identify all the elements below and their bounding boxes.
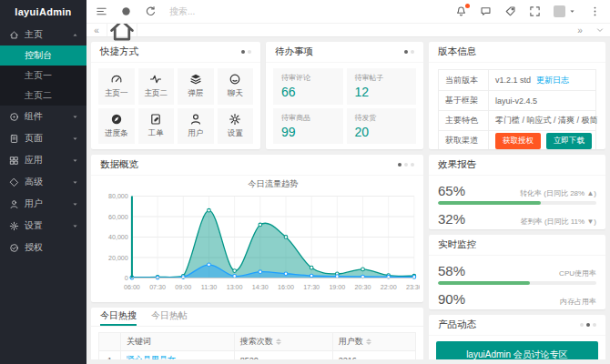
monitor-title: 实时监控 xyxy=(438,238,476,251)
todo-title: 待办事项 xyxy=(275,46,313,58)
compass-icon xyxy=(110,113,123,126)
tabs-menu-button[interactable] xyxy=(590,24,610,36)
sidebar-subitem-主页一[interactable]: 主页一 xyxy=(0,66,86,86)
tab-今日热搜[interactable]: 今日热搜 xyxy=(100,308,137,326)
carousel-dot[interactable] xyxy=(593,323,596,327)
carousel-dot[interactable] xyxy=(404,50,408,54)
settings-icon xyxy=(229,113,241,126)
sidebar-item-应用[interactable]: 应用 xyxy=(0,149,86,171)
sidebar-item-组件[interactable]: 组件 xyxy=(0,106,86,127)
stat-label: 内存占用率 xyxy=(560,297,596,307)
sort-icon[interactable] xyxy=(276,339,281,345)
carousel-dot[interactable] xyxy=(248,50,251,54)
carousel-dot[interactable] xyxy=(241,50,245,54)
app-icon xyxy=(9,156,19,166)
carousel-dots[interactable] xyxy=(241,50,251,54)
todo-待审评论[interactable]: 待审评论66 xyxy=(273,68,343,105)
sidebar-item-label: 应用 xyxy=(25,154,66,167)
member-forum-button[interactable]: layuiAdmin 会员讨论专区 xyxy=(436,341,598,359)
shortcut-工单[interactable]: 工单 xyxy=(138,108,175,145)
carousel-dot[interactable] xyxy=(404,163,408,167)
carousel-dot[interactable] xyxy=(398,163,402,167)
version-row: 主要特色零门槛 / 响应式 / 清爽 / 极简 xyxy=(439,110,595,130)
search-input[interactable] xyxy=(169,6,288,16)
todo-待审帖子[interactable]: 待审帖子12 xyxy=(347,68,417,105)
sidebar-item-用户[interactable]: 用户 xyxy=(0,193,86,215)
tab-今日热帖[interactable]: 今日热帖 xyxy=(151,308,188,326)
sidebar-item-高级[interactable]: 高级 xyxy=(0,171,86,193)
sidebar-item-设置[interactable]: 设置 xyxy=(0,215,86,237)
svg-text:20,000: 20,000 xyxy=(108,255,128,262)
shortcut-进度条[interactable]: 进度条 xyxy=(98,108,135,145)
立即下载-button[interactable]: 立即下载 xyxy=(546,133,592,149)
settings-icon xyxy=(9,221,19,231)
sidebar-subitem-主页二[interactable]: 主页二 xyxy=(0,86,86,106)
topbar xyxy=(86,0,610,24)
shortcut-聊天[interactable]: 聊天 xyxy=(218,68,254,105)
bell-icon[interactable] xyxy=(455,5,467,17)
stat-签到率 (日同比 11% ▼): 32%签到率 (日同比 11% ▼) xyxy=(438,211,596,229)
menu-collapse-icon[interactable] xyxy=(96,5,107,17)
refresh-icon[interactable] xyxy=(145,5,157,17)
user-icon xyxy=(9,199,19,209)
data-overview-panel: 数据概览 今日流量趋势020,00040,00060,00080,00006:0… xyxy=(91,155,423,302)
gauge-icon xyxy=(110,73,123,86)
sidebar-item-label: 授权 xyxy=(25,241,79,254)
sidebar-item-授权[interactable]: 授权 xyxy=(0,237,86,258)
tab-home[interactable] xyxy=(107,24,137,36)
stat-value: 90% xyxy=(438,291,465,307)
site-icon[interactable] xyxy=(120,5,132,17)
sidebar-item-主页[interactable]: 主页 xyxy=(0,24,86,46)
layers-icon xyxy=(189,73,202,86)
carousel-dot[interactable] xyxy=(411,50,414,54)
hot-search-table: 关键词搜索次数用户数 1贤心是男是女85202216 xyxy=(98,332,416,359)
获取授权-button[interactable]: 获取授权 xyxy=(495,133,541,149)
caret-down-icon xyxy=(71,222,79,230)
tabs-next-button[interactable]: » xyxy=(570,24,590,36)
keyword-link[interactable]: 贤心是男是女 xyxy=(127,355,176,359)
users-cell: 2216 xyxy=(332,351,415,360)
todo-count: 99 xyxy=(281,125,335,139)
svg-text:0: 0 xyxy=(125,275,128,282)
svg-text:11:30: 11:30 xyxy=(201,284,217,291)
smiley-icon xyxy=(229,73,241,86)
svg-text:06:00: 06:00 xyxy=(124,284,140,291)
todo-label: 待审帖子 xyxy=(355,73,409,83)
shortcut-主页一[interactable]: 主页一 xyxy=(98,68,135,105)
column-header xyxy=(99,333,121,351)
user-menu[interactable] xyxy=(554,5,576,17)
shortcut-用户[interactable]: 用户 xyxy=(178,108,214,145)
column-header[interactable]: 用户数 xyxy=(332,333,415,351)
changelog-link[interactable]: 更新日志 xyxy=(536,75,569,86)
tabs-prev-button[interactable]: « xyxy=(86,24,107,36)
app-header: layuiAdmin xyxy=(0,0,610,24)
shortcut-label: 主页二 xyxy=(145,88,168,99)
version-value: 零门槛 / 响应式 / 清爽 / 极简 xyxy=(495,115,598,126)
carousel-dot[interactable] xyxy=(580,323,584,327)
sidebar-item-label: 页面 xyxy=(25,132,66,145)
more-vertical-icon[interactable] xyxy=(589,5,601,17)
carousel-dots[interactable] xyxy=(580,323,596,327)
svg-text:07:30: 07:30 xyxy=(149,284,166,291)
fullscreen-icon[interactable] xyxy=(529,5,541,17)
carousel-dots[interactable] xyxy=(404,50,414,54)
shortcut-设置[interactable]: 设置 xyxy=(218,108,254,145)
version-label: 主要特色 xyxy=(439,111,489,130)
version-label: 获取渠道 xyxy=(439,131,489,149)
todo-待发货[interactable]: 待发货20 xyxy=(347,108,417,145)
stat-内存占用率: 90%内存占用率 xyxy=(438,291,596,309)
realtime-monitor-panel: 实时监控 58%CPU使用率90%内存占用率 xyxy=(429,235,605,309)
advanced-icon xyxy=(9,177,19,187)
column-header[interactable]: 搜索次数 xyxy=(234,333,332,351)
carousel-dot[interactable] xyxy=(586,323,590,327)
todo-待审商品[interactable]: 待审商品99 xyxy=(273,108,343,145)
shortcut-主页二[interactable]: 主页二 xyxy=(138,68,175,105)
sidebar-item-页面[interactable]: 页面 xyxy=(0,127,86,149)
sort-icon[interactable] xyxy=(366,339,371,345)
tag-icon[interactable] xyxy=(504,5,516,17)
carousel-dot[interactable] xyxy=(411,163,414,167)
carousel-dots[interactable] xyxy=(398,163,414,167)
chat-icon[interactable] xyxy=(480,5,492,17)
sidebar-subitem-控制台[interactable]: 控制台 xyxy=(0,46,86,66)
shortcut-弹层[interactable]: 弹层 xyxy=(178,68,214,105)
